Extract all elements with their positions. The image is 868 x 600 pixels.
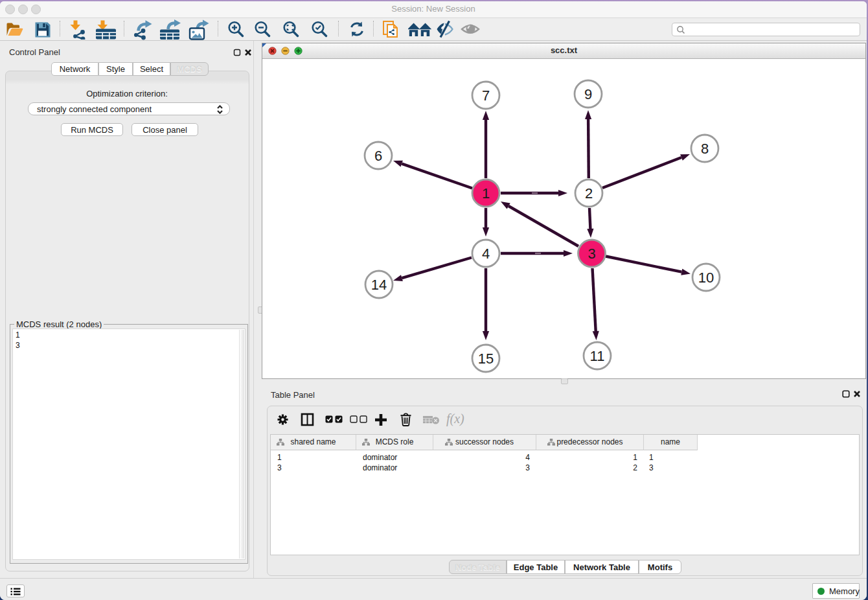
svg-text:15: 15 bbox=[478, 351, 494, 367]
svg-text:9: 9 bbox=[584, 86, 592, 102]
svg-text:7: 7 bbox=[482, 87, 490, 104]
svg-text:8: 8 bbox=[701, 141, 709, 157]
svg-text:14: 14 bbox=[371, 277, 387, 293]
svg-text:6: 6 bbox=[374, 148, 382, 164]
svg-text:11: 11 bbox=[590, 348, 605, 364]
svg-text:4: 4 bbox=[482, 246, 490, 262]
svg-text:1: 1 bbox=[482, 185, 490, 202]
svg-text:2: 2 bbox=[585, 185, 593, 202]
svg-text:3: 3 bbox=[588, 246, 595, 262]
svg-text:10: 10 bbox=[698, 270, 714, 286]
